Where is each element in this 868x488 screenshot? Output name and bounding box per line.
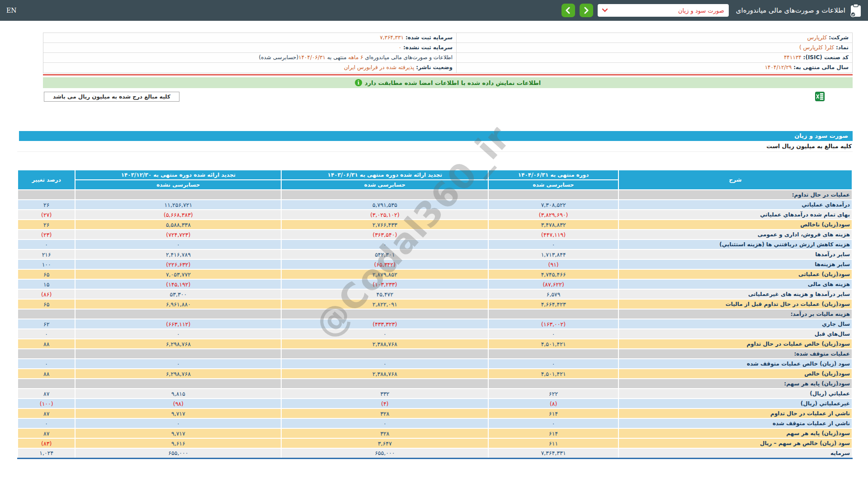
value-cell-restated-mid: ۴۵,۴۷۲ <box>281 289 488 299</box>
excel-export-icon[interactable] <box>815 92 825 101</box>
value-cell-current: ۰ <box>488 359 618 369</box>
previous-statement-button[interactable] <box>561 4 575 17</box>
report-period-highlight: ۱۴۰۴/۰۶/۳۱ <box>298 54 326 61</box>
value-cell-current: ۰ <box>488 329 618 339</box>
table-row: ناشي از عملیات در حال تداوم۶۱۴۳۲۸۹,۷۱۷۸۷ <box>18 408 852 418</box>
table-row: سود(زیان) عملیات در حال تداوم قبل از مال… <box>18 299 852 309</box>
info-row-left: سرمایه ثبت نشده:۰ <box>43 43 456 53</box>
value-cell-current <box>488 349 618 359</box>
value-cell-current: ۰ <box>488 418 618 428</box>
info-label: سرمایه ثبت شده: <box>406 34 453 41</box>
table-row: سایر هزینه‌ها(۹۱)(۶۵,۳۴۲)(۲۲۶,۶۳۲)۱۰۰ <box>18 259 852 269</box>
value-cell-current: ۶۱۴ <box>488 408 618 418</box>
amount-note-box: کلیه مبالغ درج شده به میلیون ریال می باش… <box>44 92 179 102</box>
statement-title-bar: صورت سود و زیان <box>19 131 853 141</box>
pct-cell <box>18 190 75 200</box>
value-cell-restated-mid: (۱۰۳,۲۳۳) <box>281 279 488 289</box>
pct-cell: ۱,۰۲۴ <box>18 448 75 458</box>
row-label-cell: سود (زیان) خالص هر سهم – ریال <box>618 438 852 448</box>
value-cell-restated-mid: ۰ <box>281 329 488 339</box>
row-label-cell: سال جاري <box>618 319 852 329</box>
value-cell-restated-mid: ۳,۶۴۷ <box>281 438 488 448</box>
table-row: غیرعملیاتي (ریال)(۸)(۴)(۹۸)(۱۰۰) <box>18 399 852 408</box>
table-row: سود(زیان) ناخالص۳,۴۷۸,۸۳۲۲,۷۶۶,۴۳۳۵,۵۸۸,… <box>18 220 852 230</box>
row-label-cell: درآمدهاي عملياتي <box>618 200 852 210</box>
info-value[interactable]: کلرپارس <box>807 34 827 41</box>
info-label: شرکت: <box>829 34 849 41</box>
row-label-cell: سال‌هاي قبل <box>618 329 852 339</box>
row-label-cell: سایر درآمدها <box>618 249 852 259</box>
table-row: سود (زیان) خالص عملیات متوقف شده۰۰۰۰ <box>18 359 852 369</box>
value-cell-restated-year: ۹,۸۱۵ <box>75 389 281 399</box>
table-row: سایر درآمدها۱,۷۱۳,۸۴۴۵۴۲,۳۰۱۲,۴۱۶,۷۸۹۲۱۶ <box>18 249 852 259</box>
value-cell-restated-mid: (۴) <box>281 399 488 408</box>
pct-cell: ۶۵ <box>18 269 75 279</box>
pct-cell: (۲۳) <box>18 230 75 239</box>
value-cell-restated-year: ۰ <box>75 418 281 428</box>
header-percent-change: درصد تغییر <box>18 170 75 190</box>
info-value: ۰ <box>399 44 401 51</box>
table-row: سرمایه۷,۳۶۴,۳۳۱۶۵۵,۰۰۰۶۵۵,۰۰۰۱,۰۲۴ <box>18 448 852 458</box>
value-cell-current: (۴۴۷,۱۱۹) <box>488 230 618 239</box>
language-toggle-en[interactable]: EN <box>6 7 16 14</box>
row-label-cell: عملیاتي (ریال) <box>618 389 852 399</box>
income-statement-table: شرح دوره منتهی به ۱۴۰۴/۰۶/۳۱ تجدید ارائه… <box>17 169 853 459</box>
info-row-right: شرکت:کلرپارس <box>456 33 852 43</box>
table-row: سود(زیان) پایه هر سهم۶۱۴۳۲۸۹,۷۱۷۸۷ <box>18 428 852 438</box>
value-cell-restated-mid: ۳۲۸ <box>281 408 488 418</box>
next-statement-button[interactable] <box>580 4 593 17</box>
value-cell-restated-year: ۲,۴۱۶,۷۸۹ <box>75 249 281 259</box>
page-title: اطلاعات و صورت‌های مالی میاندوره‌ای <box>736 6 845 14</box>
statement-type-dropdown[interactable]: صورت سود و زیان <box>598 4 729 17</box>
info-row-right: سال مالی منتهی به:۱۴۰۴/۱۲/۲۹ <box>456 63 852 73</box>
value-cell-current: (۸) <box>488 399 618 408</box>
company-info-table: شرکت:کلرپارسسرمایه ثبت شده:۷,۳۶۴,۳۳۱نماد… <box>43 33 853 73</box>
value-cell-current: ۶۱۴ <box>488 428 618 438</box>
value-cell-restated-year <box>75 349 281 359</box>
info-label: نماد: <box>836 44 849 51</box>
value-cell-restated-year: (۲۲۶,۶۳۲) <box>75 259 281 269</box>
value-cell-current: ۱,۷۱۳,۸۴۴ <box>488 249 618 259</box>
value-cell-restated-year: ۰ <box>75 239 281 249</box>
value-cell-current <box>488 309 618 319</box>
info-row-right: کد صنعت (ISIC):۴۴۱۱۳۴ <box>456 53 852 63</box>
row-label-cell: هزینه مالیات بر درآمد: <box>618 309 852 319</box>
value-cell-restated-year: ۹,۷۱۷ <box>75 408 281 418</box>
table-row: عملیاتي (ریال)۶۲۲۳۳۲۹,۸۱۵۸۷ <box>18 389 852 399</box>
pct-cell <box>18 379 75 389</box>
value-cell-restated-year: ۵۳,۳۰۰ <box>75 289 281 299</box>
value-cell-restated-year: ۶,۲۹۸,۷۶۸ <box>75 369 281 379</box>
table-row: بهای تمام شده درآمدهاي عملياتي(۳,۸۲۹,۶۹۰… <box>18 210 852 220</box>
row-label-cell: هزینه های مالی <box>618 279 852 289</box>
row-label-cell: سایر هزینه‌ها <box>618 259 852 269</box>
row-label-cell: سود(زیان) عملیات در حال تداوم قبل از مال… <box>618 299 852 309</box>
value-cell-current: (۳,۸۲۹,۶۹۰) <box>488 210 618 220</box>
info-row-right: نماد:کلر( کلرپارس ) <box>456 43 852 53</box>
value-cell-restated-year: (۵,۶۶۸,۳۸۳) <box>75 210 281 220</box>
header-period-restated-year: تجدید ارائه شده دوره منتهی به ۱۴۰۳/۱۲/۳۰ <box>75 170 281 180</box>
pct-cell: ۸۸ <box>18 339 75 349</box>
info-value[interactable]: کلر( کلرپارس ) <box>799 44 834 51</box>
info-value: ۴۴۱۱۳۴ <box>784 54 802 61</box>
statement-section: صورت سود و زیان کلیه مبالغ به میلیون ریا… <box>17 131 853 459</box>
info-row-left: وضعیت ناشر:پذیرفته شده در فرابورس ایران <box>43 63 456 73</box>
table-row: سود (زیان) خالص هر سهم – ریال۶۱۱۳,۶۴۷۹,۶… <box>18 438 852 448</box>
value-cell-current: ۴,۵۰۱,۴۲۱ <box>488 339 618 349</box>
table-row: سود(زیان) عملیاتی۴,۷۴۵,۴۶۶۲,۸۷۹,۸۵۲۷,۰۵۳… <box>18 269 852 279</box>
value-cell-current <box>488 379 618 389</box>
table-row: درآمدهاي عملياتي۷,۳۰۸,۵۲۲۵,۷۹۱,۵۳۵۱۱,۲۵۶… <box>18 200 852 210</box>
value-cell-restated-mid: ۶۵۵,۰۰۰ <box>281 448 488 458</box>
report-period-text: (حسابرسی شده) <box>259 54 299 61</box>
value-cell-restated-year: ۵,۵۸۸,۳۳۸ <box>75 220 281 230</box>
header-period-current: دوره منتهی به ۱۴۰۴/۰۶/۳۱ <box>488 170 618 180</box>
pct-cell: ۶۲ <box>18 319 75 329</box>
row-label-cell: سود(زیان) خالص عملیات در حال تداوم <box>618 339 852 349</box>
row-label-cell: عملیات متوقف شده: <box>618 349 852 359</box>
pct-cell: ۰ <box>18 239 75 249</box>
value-cell-restated-mid: ۲,۸۲۲,۰۹۱ <box>281 299 488 309</box>
row-label-cell: غیرعملیاتي (ریال) <box>618 399 852 408</box>
section-row: عملیات متوقف شده: <box>18 349 852 359</box>
value-cell-restated-mid <box>281 190 488 200</box>
pct-cell: ۰ <box>18 329 75 339</box>
pct-cell: (۸۶) <box>18 289 75 299</box>
